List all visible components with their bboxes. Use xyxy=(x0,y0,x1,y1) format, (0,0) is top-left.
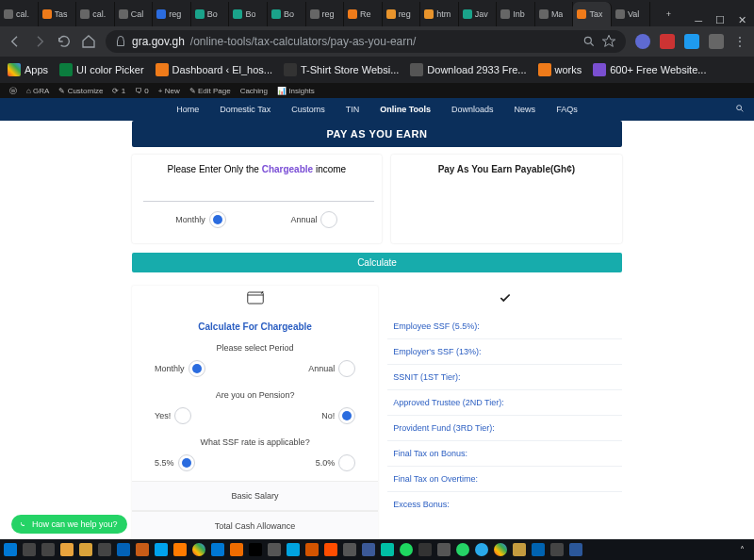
close-icon[interactable]: ✕ xyxy=(738,14,746,26)
forward-icon[interactable] xyxy=(32,34,47,49)
pension-yes-radio[interactable]: Yes! xyxy=(155,407,191,424)
wp-cache[interactable]: Caching xyxy=(240,87,268,95)
extension-icon[interactable] xyxy=(660,34,675,49)
nav-online-tools[interactable]: Online Tools xyxy=(380,105,431,114)
spotify-icon[interactable] xyxy=(400,543,413,556)
taskbar-app-icon[interactable] xyxy=(287,543,300,556)
period2-monthly-radio[interactable]: Monthly xyxy=(155,360,205,377)
nav-news[interactable]: News xyxy=(515,105,536,114)
browser-tab-active[interactable]: Tax xyxy=(573,2,612,26)
chrome-canary-icon[interactable] xyxy=(494,543,507,556)
wp-customize[interactable]: ✎ Customize xyxy=(58,87,103,95)
bookmark-item[interactable]: works xyxy=(538,63,582,76)
browser-tab[interactable]: reg xyxy=(153,2,191,26)
browser-menu-icon[interactable]: ⋮ xyxy=(733,34,746,49)
word-icon[interactable] xyxy=(569,543,582,556)
apps-bookmark[interactable]: Apps xyxy=(8,63,48,76)
nav-downloads[interactable]: Downloads xyxy=(451,105,494,114)
basic-salary-row[interactable]: Basic Salary xyxy=(132,481,378,511)
taskbar-app-icon[interactable] xyxy=(268,543,281,556)
new-tab-button[interactable]: + xyxy=(650,2,688,26)
browser-tab[interactable]: cal. xyxy=(0,2,39,26)
browser-tab[interactable]: htm xyxy=(420,2,459,26)
profile-icon[interactable] xyxy=(709,34,724,49)
taskbar-app-icon[interactable] xyxy=(136,543,149,556)
bookmark-star-icon[interactable] xyxy=(601,34,616,49)
browser-tab[interactable]: Re xyxy=(344,2,383,26)
period2-annual-radio[interactable]: Annual xyxy=(308,360,355,377)
bookmark-item[interactable]: Dashboard ‹ El_hos... xyxy=(156,63,272,76)
browser-tab[interactable]: Bo xyxy=(229,2,268,26)
calculate-button[interactable]: Calculate xyxy=(132,253,622,272)
nav-customs[interactable]: Customs xyxy=(291,105,325,114)
browser-tab[interactable]: reg xyxy=(383,2,421,26)
search-in-page-icon[interactable] xyxy=(582,35,596,48)
taskbar-app-icon[interactable] xyxy=(343,543,356,556)
period-annual-radio[interactable]: Annual xyxy=(290,211,337,228)
vscode-icon[interactable] xyxy=(211,543,224,556)
browser-tab[interactable]: Val xyxy=(612,2,650,26)
taskbar-app-icon[interactable] xyxy=(381,543,394,556)
whatsapp-icon[interactable] xyxy=(456,543,469,556)
nav-domestic[interactable]: Domestic Tax xyxy=(220,105,270,114)
home-icon[interactable] xyxy=(81,34,96,49)
browser-tab[interactable]: Tas xyxy=(39,2,77,26)
ssf-50-radio[interactable]: 5.0% xyxy=(316,454,356,471)
pension-no-radio[interactable]: No! xyxy=(321,407,355,424)
taskbar-app-icon[interactable] xyxy=(324,543,337,556)
taskbar-app-icon[interactable] xyxy=(230,543,243,556)
browser-tab[interactable]: Jav xyxy=(459,2,498,26)
taskbar-app-icon[interactable] xyxy=(79,543,92,556)
cash-allowance-row[interactable]: Total Cash Allowance xyxy=(132,511,378,539)
taskbar-app-icon[interactable] xyxy=(249,543,262,556)
browser-tab[interactable]: Inb xyxy=(497,2,535,26)
extension-icon[interactable] xyxy=(635,34,650,49)
taskbar-app-icon[interactable] xyxy=(532,543,545,556)
taskbar-app-icon[interactable] xyxy=(305,543,319,556)
wp-logo-icon[interactable]: ⓦ xyxy=(9,86,17,96)
browser-tab[interactable]: reg xyxy=(306,2,345,26)
taskbar-app-icon[interactable] xyxy=(98,543,111,556)
browser-tab[interactable]: Bo xyxy=(191,2,230,26)
maximize-icon[interactable]: ☐ xyxy=(715,14,725,26)
ssf-55-radio[interactable]: 5.5% xyxy=(155,454,195,471)
reload-icon[interactable] xyxy=(57,34,72,49)
taskbar-overflow-icon[interactable]: ˄ xyxy=(734,545,750,555)
back-icon[interactable] xyxy=(8,34,23,49)
url-field[interactable]: gra.gov.gh/online-tools/tax-calculators/… xyxy=(106,30,626,53)
search-icon[interactable] xyxy=(23,543,36,556)
chargeable-income-input[interactable] xyxy=(143,180,374,202)
taskbar-app-icon[interactable] xyxy=(362,543,375,556)
taskbar-app-icon[interactable] xyxy=(437,543,451,556)
browser-tab[interactable]: Ma xyxy=(535,2,574,26)
wp-comments[interactable]: 🗨 0 xyxy=(135,87,149,95)
nav-faqs[interactable]: FAQs xyxy=(556,105,578,114)
whatsapp-help-button[interactable]: How can we help you? xyxy=(11,515,127,534)
task-view-icon[interactable] xyxy=(41,543,55,556)
nav-tin[interactable]: TIN xyxy=(346,105,360,114)
minimize-icon[interactable]: ─ xyxy=(695,15,702,26)
wp-site[interactable]: ⌂ GRA xyxy=(26,87,49,95)
bookmark-item[interactable]: UI color Picker xyxy=(59,63,144,76)
nav-home[interactable]: Home xyxy=(176,105,199,114)
wp-edit[interactable]: ✎ Edit Page xyxy=(189,87,231,95)
taskbar-app-icon[interactable] xyxy=(550,543,564,556)
taskbar-app-icon[interactable] xyxy=(60,543,74,556)
nav-search-icon[interactable] xyxy=(735,104,745,115)
browser-tab[interactable]: Cal xyxy=(115,2,154,26)
start-icon[interactable] xyxy=(4,543,17,556)
taskbar-app-icon[interactable] xyxy=(155,543,168,556)
bookmark-item[interactable]: Download 2933 Fre... xyxy=(410,63,526,76)
telegram-icon[interactable] xyxy=(475,543,488,556)
bookmark-item[interactable]: 600+ Free Website... xyxy=(593,63,706,76)
wp-new[interactable]: + New xyxy=(158,87,180,95)
firefox-icon[interactable] xyxy=(173,543,187,556)
edge-icon[interactable] xyxy=(117,543,130,556)
taskbar-app-icon[interactable] xyxy=(513,543,526,556)
wp-insights[interactable]: 📊 Insights xyxy=(277,87,315,95)
taskbar-app-icon[interactable] xyxy=(418,543,432,556)
period-monthly-radio[interactable]: Monthly xyxy=(175,211,226,228)
wp-updates[interactable]: ⟳ 1 xyxy=(112,87,125,95)
browser-tab[interactable]: cal. xyxy=(76,2,115,26)
browser-tab[interactable]: Bo xyxy=(268,2,306,26)
